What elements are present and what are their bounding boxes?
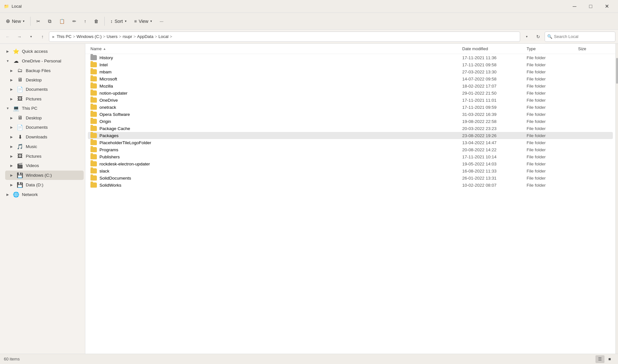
file-date-cell: 17-11-2021 10:14 <box>462 154 527 159</box>
view-button[interactable]: ≡ View ▾ <box>131 17 155 26</box>
file-row[interactable]: Microsoft 14-07-2022 09:58 File folder <box>88 75 613 82</box>
sidebar-item-this-pc[interactable]: ▼ 💻 This PC <box>1 104 84 113</box>
search-wrap: 🔍 <box>545 32 615 42</box>
file-row[interactable]: Opera Software 31-03-2022 16:39 File fol… <box>88 111 613 118</box>
sidebar-item-documents[interactable]: ▶ 📄 Documents <box>5 123 84 132</box>
breadcrumb-rsupr[interactable]: rsupr <box>123 34 132 39</box>
minimize-button[interactable]: ─ <box>567 1 582 12</box>
sidebar-item-music[interactable]: ▶ 🎵 Music <box>5 142 84 151</box>
file-date-cell: 27-03-2022 13:30 <box>462 70 527 74</box>
file-type-cell: File folder <box>527 126 578 131</box>
file-row[interactable]: Intel 17-11-2021 09:58 File folder <box>88 61 613 68</box>
col-header-type[interactable]: Type <box>527 45 578 52</box>
col-header-name[interactable]: Name ▲ <box>90 45 462 52</box>
file-name-text: rockdesk-electron-updater <box>99 162 150 166</box>
data-expand-icon: ▶ <box>9 183 14 187</box>
recent-locations-button[interactable]: ▾ <box>26 32 36 42</box>
breadcrumb[interactable]: ► This PC > Windows (C:) > Users > rsupr… <box>49 32 520 42</box>
back-button[interactable]: ← <box>3 32 13 42</box>
sidebar-label-network: Network <box>22 192 81 197</box>
breadcrumb-windows-c[interactable]: Windows (C:) <box>77 34 102 39</box>
sidebar-label-onedrive-pictures: Pictures <box>26 97 81 101</box>
folder-icon <box>90 126 97 131</box>
sidebar-label-this-pc: This PC <box>22 106 81 111</box>
address-dropdown-button[interactable]: ▾ <box>521 32 532 42</box>
item-count: 60 items <box>4 357 20 361</box>
sidebar-item-network[interactable]: ▶ 🌐 Network <box>1 190 84 199</box>
close-button[interactable]: ✕ <box>599 1 614 12</box>
title-bar-controls: ─ □ ✕ <box>567 1 614 12</box>
more-button[interactable]: ··· <box>156 17 167 26</box>
file-row[interactable]: Origin 19-08-2022 22:58 File folder <box>88 118 613 125</box>
music-icon: 🎵 <box>17 144 23 150</box>
cut-button[interactable]: ✂ <box>33 17 43 26</box>
sidebar-item-backup-files[interactable]: ▶ 🗂 Backup Files <box>5 66 84 75</box>
file-row[interactable]: OneDrive 17-11-2021 11:01 File folder <box>88 97 613 104</box>
file-type-cell: File folder <box>527 77 578 81</box>
col-header-date[interactable]: Date modified <box>462 45 527 52</box>
new-button[interactable]: ⊕ New ▾ <box>3 16 28 26</box>
share-button[interactable]: ↑ <box>81 17 89 26</box>
pictures-icon: 🖼 <box>17 153 23 159</box>
rename-icon: ✏ <box>72 19 76 24</box>
sidebar-item-onedrive-documents[interactable]: ▶ 📄 Documents <box>5 85 84 94</box>
file-name-cell: Microsoft <box>90 76 462 81</box>
sidebar-item-windows-c[interactable]: ▶ 💾 Windows (C:) <box>5 171 84 180</box>
delete-button[interactable]: 🗑 <box>91 17 102 26</box>
forward-button[interactable]: → <box>14 32 24 42</box>
file-date-cell: 13-04-2022 14:47 <box>462 140 527 145</box>
file-name-cell: rockdesk-electron-updater <box>90 161 462 166</box>
toolbar-separator-1 <box>30 17 31 26</box>
file-row[interactable]: Package Cache 20-03-2022 23:23 File fold… <box>88 125 613 132</box>
file-row[interactable]: mbam 27-03-2022 13:30 File folder <box>88 68 613 75</box>
up-button[interactable]: ↑ <box>37 32 48 42</box>
column-headers: Name ▲ Date modified Type Size <box>85 44 615 54</box>
file-row[interactable]: Publishers 17-11-2021 10:14 File folder <box>88 153 613 160</box>
sidebar-item-videos[interactable]: ▶ 🎬 Videos <box>5 161 84 170</box>
file-row[interactable]: SolidWorks 10-02-2022 08:07 File folder <box>88 182 613 189</box>
col-type-label: Type <box>527 46 536 51</box>
file-type-cell: File folder <box>527 169 578 173</box>
breadcrumb-users[interactable]: Users <box>107 34 117 39</box>
file-row[interactable]: Mozilla 18-02-2022 17:07 File folder <box>88 82 613 89</box>
file-row[interactable]: onetrack 17-11-2021 09:59 File folder <box>88 104 613 111</box>
file-row[interactable]: rockdesk-electron-updater 19-05-2022 14:… <box>88 160 613 167</box>
file-name-text: PlaceholderTileLogoFolder <box>99 140 151 145</box>
breadcrumb-this-pc[interactable]: This PC <box>57 34 71 39</box>
paste-button[interactable]: 📋 <box>56 17 68 26</box>
sidebar-label-pictures: Pictures <box>26 154 81 159</box>
sidebar-item-onedrive-pictures[interactable]: ▶ 🖼 Pictures <box>5 94 84 103</box>
sidebar-item-quick-access[interactable]: ▶ ⭐ Quick access <box>1 47 84 56</box>
rename-button[interactable]: ✏ <box>69 17 80 26</box>
file-row[interactable]: Packages 23-08-2022 19:26 File folder <box>88 132 613 139</box>
details-view-button[interactable]: ☰ <box>595 355 604 363</box>
file-row[interactable]: PlaceholderTileLogoFolder 13-04-2022 14:… <box>88 139 613 146</box>
file-date-cell: 17-11-2021 09:59 <box>462 105 527 110</box>
onedrive-children: ▶ 🗂 Backup Files ▶ 🖥 Desktop ▶ 📄 Documen… <box>0 66 85 103</box>
sidebar-item-onedrive-desktop[interactable]: ▶ 🖥 Desktop <box>5 75 84 84</box>
file-row[interactable]: slack 16-08-2022 11:33 File folder <box>88 167 613 174</box>
windows-expand-icon: ▶ <box>9 173 14 177</box>
col-header-size[interactable]: Size <box>578 45 610 52</box>
file-row[interactable]: SolidDocuments 26-01-2022 13:31 File fol… <box>88 174 613 182</box>
file-row[interactable]: History 17-11-2021 11:36 File folder <box>88 54 613 61</box>
search-input[interactable] <box>545 32 615 42</box>
sidebar-item-pictures[interactable]: ▶ 🖼 Pictures <box>5 152 84 161</box>
title-bar-left: 📁 Local <box>4 4 22 9</box>
file-row[interactable]: notion-updater 29-01-2022 21:50 File fol… <box>88 89 613 97</box>
sidebar-item-data-d[interactable]: ▶ 💾 Data (D:) <box>5 180 84 190</box>
breadcrumb-local[interactable]: Local <box>158 34 168 39</box>
sidebar-item-downloads[interactable]: ▶ ⬇ Downloads <box>5 132 84 142</box>
refresh-button[interactable]: ↻ <box>533 32 543 42</box>
sidebar-item-onedrive[interactable]: ▼ ☁ OneDrive - Personal <box>1 56 84 66</box>
breadcrumb-appdata[interactable]: AppData <box>137 34 154 39</box>
copy-button[interactable]: ⧉ <box>45 16 55 26</box>
scrollbar-thumb[interactable] <box>616 58 618 84</box>
main-area: ▶ ⭐ Quick access ▼ ☁ OneDrive - Personal… <box>0 44 618 354</box>
scrollbar-area[interactable] <box>615 44 618 354</box>
maximize-button[interactable]: □ <box>583 1 598 12</box>
sidebar-item-desktop[interactable]: ▶ 🖥 Desktop <box>5 113 84 122</box>
sort-button[interactable]: ↕ Sort ▾ <box>107 17 130 26</box>
tiles-view-button[interactable]: ■ <box>605 355 614 363</box>
file-row[interactable]: Programs 20-08-2022 14:22 File folder <box>88 146 613 153</box>
